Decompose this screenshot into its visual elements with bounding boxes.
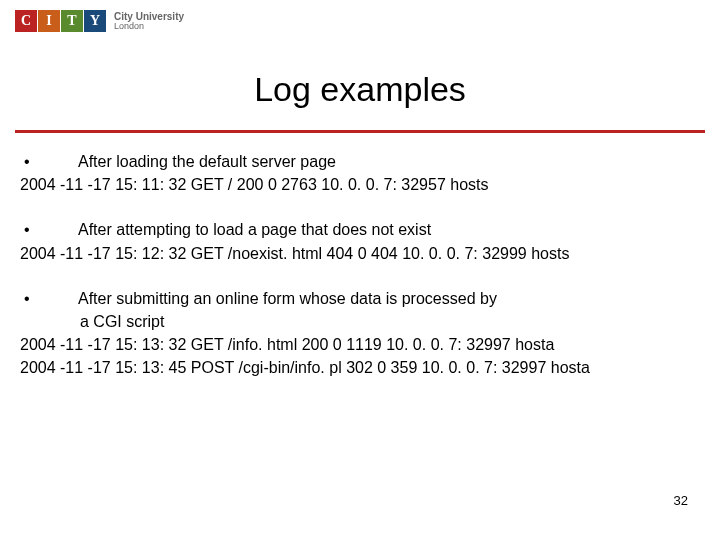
logo-text-line1: City University	[114, 11, 184, 22]
log-line: 2004 -11 -17 15: 11: 32 GET / 200 0 2763…	[20, 173, 700, 196]
logo-tile-t: T	[61, 10, 83, 32]
logo-tile-c: C	[15, 10, 37, 32]
slide-body: After loading the default server page 20…	[20, 150, 700, 402]
bullet-lead: After submitting an online form whose da…	[78, 287, 700, 310]
logo-text: City University London	[114, 11, 184, 32]
bullet-icon	[20, 150, 78, 173]
logo-text-line2: London	[114, 22, 184, 32]
logo-tiles: C I T Y	[15, 10, 106, 32]
logo-tile-i: I	[38, 10, 60, 32]
university-logo: C I T Y City University London	[15, 10, 184, 32]
log-line: 2004 -11 -17 15: 13: 32 GET /info. html …	[20, 333, 700, 356]
bullet-block: After loading the default server page 20…	[20, 150, 700, 196]
page-number: 32	[674, 493, 688, 508]
bullet-lead: After attempting to load a page that doe…	[78, 218, 700, 241]
title-divider	[15, 130, 705, 133]
logo-tile-y: Y	[84, 10, 106, 32]
slide-title: Log examples	[0, 70, 720, 109]
log-line: 2004 -11 -17 15: 12: 32 GET /noexist. ht…	[20, 242, 700, 265]
bullet-icon	[20, 218, 78, 241]
bullet-lead-continuation: a CGI script	[20, 310, 700, 333]
bullet-icon	[20, 287, 78, 310]
log-line: 2004 -11 -17 15: 13: 45 POST /cgi-bin/in…	[20, 356, 700, 379]
bullet-block: After submitting an online form whose da…	[20, 287, 700, 380]
bullet-block: After attempting to load a page that doe…	[20, 218, 700, 264]
bullet-lead: After loading the default server page	[78, 150, 700, 173]
